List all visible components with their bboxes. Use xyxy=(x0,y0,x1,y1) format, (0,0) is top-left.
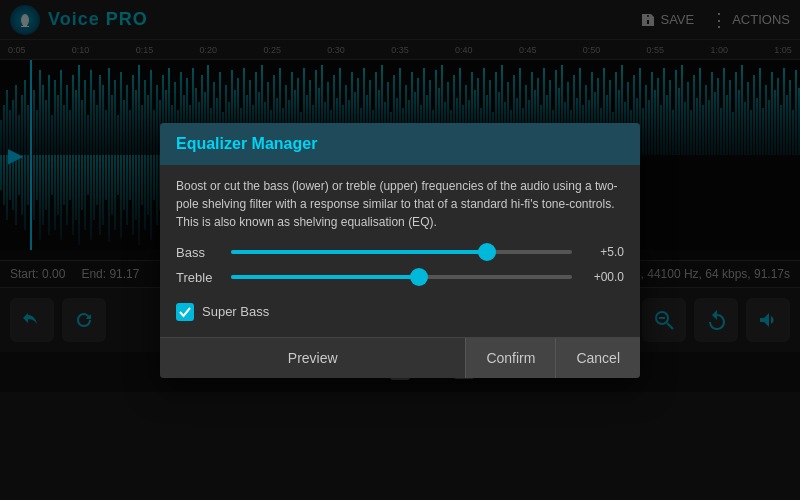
modal-actions: Preview Confirm Cancel xyxy=(160,337,640,378)
cancel-button[interactable]: Cancel xyxy=(555,338,640,378)
treble-slider-thumb[interactable] xyxy=(410,268,428,286)
bass-slider-thumb[interactable] xyxy=(478,243,496,261)
modal-overlay: Equalizer Manager Boost or cut the bass … xyxy=(0,0,800,500)
modal-body: Boost or cut the bass (lower) or treble … xyxy=(160,165,640,337)
treble-slider-row: Treble +00.0 xyxy=(176,270,624,285)
bass-slider-track[interactable] xyxy=(231,250,572,254)
preview-button[interactable]: Preview xyxy=(160,338,465,378)
treble-slider-fill xyxy=(231,275,419,279)
modal-description: Boost or cut the bass (lower) or treble … xyxy=(176,177,624,231)
confirm-button[interactable]: Confirm xyxy=(465,338,555,378)
treble-label: Treble xyxy=(176,270,221,285)
bass-label: Bass xyxy=(176,245,221,260)
bass-value: +5.0 xyxy=(582,245,624,259)
modal-title: Equalizer Manager xyxy=(176,135,624,153)
super-bass-label: Super Bass xyxy=(202,304,269,319)
modal-header: Equalizer Manager xyxy=(160,123,640,165)
bass-slider-row: Bass +5.0 xyxy=(176,245,624,260)
bass-slider-fill xyxy=(231,250,487,254)
treble-slider-track[interactable] xyxy=(231,275,572,279)
super-bass-checkbox[interactable] xyxy=(176,303,194,321)
treble-value: +00.0 xyxy=(582,270,624,284)
equalizer-modal: Equalizer Manager Boost or cut the bass … xyxy=(160,123,640,378)
super-bass-row: Super Bass xyxy=(176,295,624,325)
